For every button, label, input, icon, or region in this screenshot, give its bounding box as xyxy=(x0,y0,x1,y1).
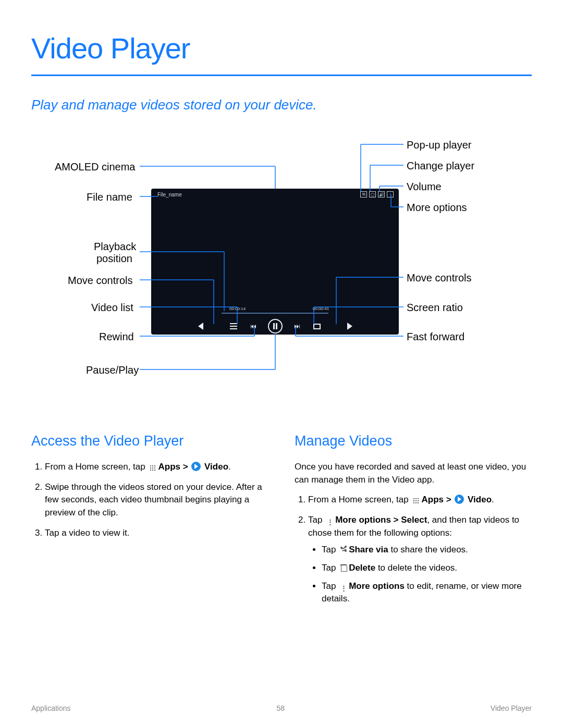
screenratio-icon xyxy=(312,321,322,331)
label-screenratio: Screen ratio xyxy=(407,302,463,314)
access-section: Access the Video Player From a Home scre… xyxy=(31,431,268,613)
apps-icon xyxy=(412,497,420,505)
label-moreopt: More options xyxy=(407,202,467,214)
mock-filename: File_name xyxy=(157,192,182,198)
manage-step-1: From a Home screen, tap Apps > Video. xyxy=(308,493,532,507)
page-footer: Applications 58 Video Player xyxy=(31,704,532,712)
mock-top-icons: ⧉ ▢ 🔊 ⋮ xyxy=(360,191,394,198)
manage-bullet-delete: Tap Delete to delete the videos. xyxy=(322,562,532,575)
rewind-icon: ⏮ xyxy=(248,321,259,331)
manage-section: Manage Videos Once you have recorded and… xyxy=(295,431,532,613)
label-filename: File name xyxy=(87,191,132,203)
more-icon: ⋮ xyxy=(387,191,394,198)
apps-icon xyxy=(149,464,157,472)
mock-time-total: 00:00:41 xyxy=(313,306,329,311)
delete-icon xyxy=(339,564,348,572)
video-app-icon xyxy=(455,495,464,504)
move-right-icon xyxy=(347,323,352,330)
manage-intro: Once you have recorded and saved at leas… xyxy=(295,461,532,486)
label-playback1: Playback xyxy=(94,241,136,253)
label-amoled: AMOLED cinema xyxy=(55,161,136,173)
label-pauseplay: Pause/Play xyxy=(86,364,139,376)
label-playback2: position xyxy=(96,253,132,265)
share-icon xyxy=(339,546,348,554)
manage-heading: Manage Videos xyxy=(295,431,532,451)
label-popup: Pop-up player xyxy=(407,139,472,151)
manage-bullet-more: Tap More options to edit, rename, or vie… xyxy=(322,580,532,606)
footer-page-number: 58 xyxy=(276,704,285,712)
footer-right: Video Player xyxy=(491,704,532,712)
access-step-3: Tap a video to view it. xyxy=(45,527,268,540)
manage-step-2: Tap More options > Select, and then tap … xyxy=(308,514,532,606)
change-player-icon: ▢ xyxy=(369,191,376,198)
pause-icon xyxy=(268,319,283,334)
move-left-icon xyxy=(198,323,203,330)
instruction-columns: Access the Video Player From a Home scre… xyxy=(31,431,532,613)
label-rewind: Rewind xyxy=(99,331,134,343)
more-options-icon xyxy=(326,518,334,526)
page-title: Video Player xyxy=(31,31,532,76)
annotated-diagram: AMOLED cinema File name Playback positio… xyxy=(31,139,532,410)
label-volume: Volume xyxy=(407,181,442,193)
more-options-icon xyxy=(339,584,348,593)
access-step-2: Swipe through the videos stored on your … xyxy=(45,481,268,520)
label-move-controls-right: Move controls xyxy=(407,272,472,284)
label-videolist: Video list xyxy=(91,302,133,314)
footer-left: Applications xyxy=(31,704,71,712)
access-heading: Access the Video Player xyxy=(31,431,268,451)
access-step-1: From a Home screen, tap Apps > Video. xyxy=(45,461,268,474)
video-app-icon xyxy=(191,462,201,471)
videolist-icon xyxy=(228,321,239,331)
mock-controls: ⏮ ⏭ xyxy=(151,319,399,334)
fastforward-icon: ⏭ xyxy=(292,321,302,331)
manage-bullet-share: Tap Share via to share the videos. xyxy=(322,544,532,557)
label-move-controls-left: Move controls xyxy=(68,275,133,287)
label-fastfwd: Fast forward xyxy=(407,331,464,343)
mock-timeline xyxy=(222,313,328,314)
video-player-mockup: File_name ⧉ ▢ 🔊 ⋮ 00:00:14 00:00:41 ⏮ ⏭ xyxy=(151,189,399,335)
page-subtitle: Play and manage videos stored on your de… xyxy=(31,97,532,113)
popup-icon: ⧉ xyxy=(360,191,367,198)
label-changeplayer: Change player xyxy=(407,160,474,172)
mock-time-elapsed: 00:00:14 xyxy=(229,306,246,311)
volume-icon: 🔊 xyxy=(378,191,385,198)
